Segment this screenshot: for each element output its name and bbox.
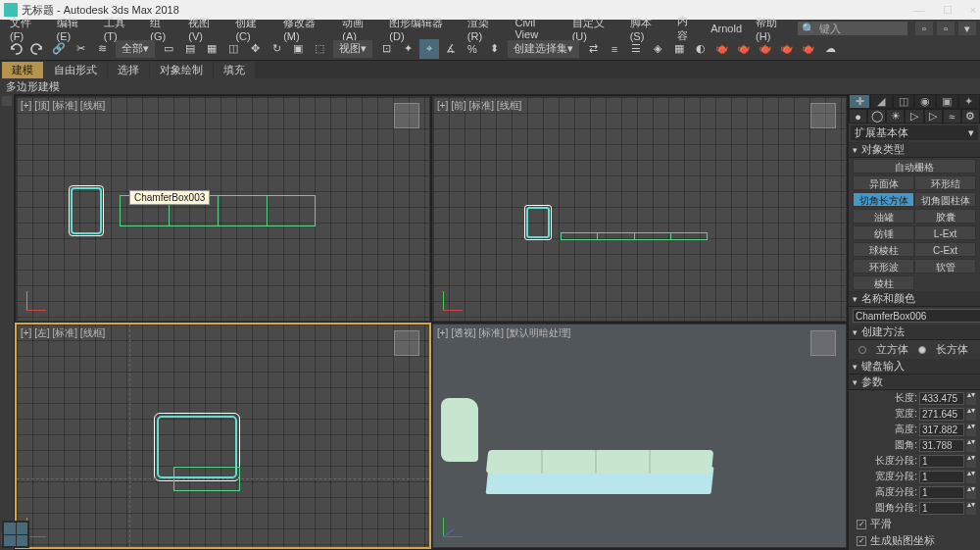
select-object-icon[interactable]: ▭	[159, 39, 178, 59]
viewport-layout-icon[interactable]	[2, 521, 29, 548]
btn-chamfercyl[interactable]: 切角圆柱体	[914, 192, 976, 207]
menu-group[interactable]: 组(G)	[144, 16, 180, 42]
angle-snap-icon[interactable]: ∡	[441, 39, 461, 59]
menu-civilview[interactable]: Civil View	[509, 17, 564, 40]
btn-oiltank[interactable]: 油罐	[853, 209, 914, 224]
viewcube-icon[interactable]	[810, 103, 836, 128]
subtab-systems-icon[interactable]: ⚙	[961, 109, 980, 124]
param-width[interactable]: 271.645	[919, 408, 964, 421]
param-height-segs[interactable]: 1	[919, 486, 964, 499]
menu-animation[interactable]: 动画(A)	[336, 16, 381, 42]
cmdtab-utilities-icon[interactable]: ✦	[958, 94, 980, 109]
menu-customize[interactable]: 自定义(U)	[566, 16, 622, 42]
menu-edit[interactable]: 编辑(E)	[51, 16, 96, 42]
tab-freeform[interactable]: 自由形式	[44, 62, 107, 78]
viewport-left-label[interactable]: [+] [左] [标准] [线框]	[21, 326, 105, 340]
param-height[interactable]: 317.882	[919, 424, 964, 436]
radio-box[interactable]	[918, 346, 926, 354]
object-name-input[interactable]	[853, 309, 980, 323]
rollout-name-color[interactable]: 名称和颜色	[849, 291, 980, 307]
chk-map-coords[interactable]: ✓	[857, 536, 866, 546]
tab-selection[interactable]: 选择	[108, 62, 149, 78]
subtab-cameras-icon[interactable]: ▷	[905, 109, 923, 124]
render-cloud-icon[interactable]: ☁	[820, 39, 840, 59]
select-place-icon[interactable]: ⬚	[310, 39, 329, 59]
viewport-top[interactable]: [+] [顶] [标准] [线框] ChamferBox003	[16, 96, 430, 322]
tab-populate[interactable]: 填充	[214, 62, 255, 78]
menu-grapheditors[interactable]: 图形编辑器(D)	[383, 16, 459, 42]
workspace-btn-3[interactable]: ▾	[958, 22, 976, 35]
viewport-front[interactable]: [+] [前] [标准] [线框]	[432, 96, 847, 322]
viewport-left[interactable]: [+] [左] [标准] [线框]	[16, 324, 430, 549]
param-length[interactable]: 433.475	[919, 392, 964, 405]
menu-views[interactable]: 视图(V)	[182, 16, 227, 42]
select-region-icon[interactable]: ▦	[202, 39, 221, 59]
material-editor-icon[interactable]: ◐	[691, 39, 710, 59]
render-setup-icon[interactable]: 🫖	[712, 39, 732, 59]
cmdtab-create-icon[interactable]: ✚	[849, 94, 870, 109]
btn-lext[interactable]: L-Ext	[914, 225, 976, 240]
viewcube-icon[interactable]	[810, 330, 836, 356]
spinner-icon[interactable]: ▴▾	[966, 502, 976, 515]
btn-ringwave[interactable]: 环形波	[853, 259, 914, 274]
param-length-segs[interactable]: 1	[919, 455, 964, 468]
viewport-perspective[interactable]: [+] [透视] [标准] [默认明暗处理]	[432, 324, 847, 549]
use-pivot-icon[interactable]: ⊡	[376, 39, 396, 59]
undo-icon[interactable]	[6, 39, 25, 59]
curve-editor-icon[interactable]: ◈	[648, 39, 667, 59]
cmdtab-modify-icon[interactable]: ◢	[870, 94, 892, 109]
spinner-icon[interactable]: ▴▾	[966, 439, 976, 452]
menu-modifiers[interactable]: 修改器(M)	[277, 16, 334, 42]
close-icon[interactable]: ×	[970, 4, 976, 17]
mirror-icon[interactable]: ⇄	[583, 39, 603, 59]
bind-icon[interactable]: ≋	[92, 39, 112, 59]
select-name-icon[interactable]: ▤	[180, 39, 200, 59]
infocenter-search[interactable]: 🔍 键入	[798, 22, 907, 35]
menu-rendering[interactable]: 渲染(R)	[462, 16, 508, 42]
workspace-btn-2[interactable]: ▫	[937, 22, 955, 35]
menu-arnold[interactable]: Arnold	[705, 23, 748, 34]
rollout-keyboard-entry[interactable]: 键盘输入	[849, 359, 980, 375]
percent-snap-icon[interactable]: %	[463, 39, 482, 59]
rollout-creation-method[interactable]: 创建方法	[849, 325, 980, 340]
btn-hedra[interactable]: 异面体	[853, 175, 914, 190]
viewcube-icon[interactable]	[394, 330, 419, 356]
spinner-icon[interactable]: ▴▾	[966, 424, 976, 436]
btn-prism[interactable]: 棱柱	[853, 275, 914, 290]
spinner-icon[interactable]: ▴▾	[966, 392, 976, 405]
btn-hose[interactable]: 软管	[914, 259, 976, 274]
spinner-icon[interactable]: ▴▾	[966, 408, 976, 421]
rendered-frame-icon[interactable]: 🫖	[734, 39, 754, 59]
schematic-icon[interactable]: ▦	[669, 39, 689, 59]
select-rotate-icon[interactable]: ↻	[267, 39, 286, 59]
layers-icon[interactable]: ☰	[626, 39, 646, 59]
selection-filter[interactable]: 全部 ▾	[116, 40, 155, 58]
subtab-lights-icon[interactable]: ☀	[886, 109, 905, 124]
select-move-icon[interactable]: ✥	[245, 39, 265, 59]
tab-modeling[interactable]: 建模	[2, 62, 43, 78]
menu-scripting[interactable]: 脚本(S)	[624, 16, 669, 42]
tab-objectpaint[interactable]: 对象绘制	[150, 62, 213, 78]
spinner-snap-icon[interactable]: ⬍	[484, 39, 504, 59]
window-crossing-icon[interactable]: ◫	[223, 39, 243, 59]
align-icon[interactable]: ≡	[605, 39, 624, 59]
menu-create[interactable]: 创建(C)	[229, 16, 275, 42]
btn-cext[interactable]: C-Ext	[914, 242, 976, 257]
menu-tools[interactable]: 工具(T)	[98, 16, 143, 42]
menu-file[interactable]: 文件(F)	[4, 16, 49, 42]
menu-help[interactable]: 帮助(H)	[750, 16, 796, 42]
rollout-object-type[interactable]: 对象类型	[849, 142, 980, 158]
param-width-segs[interactable]: 1	[919, 471, 964, 483]
spinner-icon[interactable]: ▴▾	[966, 486, 976, 499]
param-fillet-segs[interactable]: 1	[919, 502, 964, 515]
viewport-top-label[interactable]: [+] [顶] [标准] [线框]	[21, 99, 105, 113]
spinner-icon[interactable]: ▴▾	[966, 471, 976, 483]
subtab-helpers-icon[interactable]: ▷	[924, 109, 943, 124]
category-dropdown[interactable]: 扩展基本体▾	[851, 125, 978, 140]
named-selection-sets[interactable]: 创建选择集 ▾	[508, 40, 579, 58]
cmdtab-display-icon[interactable]: ▣	[936, 94, 957, 109]
render-icon[interactable]: 🫖	[756, 39, 775, 59]
btn-gengon[interactable]: 球棱柱	[853, 242, 914, 257]
param-fillet[interactable]: 31.788	[919, 439, 964, 452]
manipulate-icon[interactable]: ✦	[398, 39, 417, 59]
